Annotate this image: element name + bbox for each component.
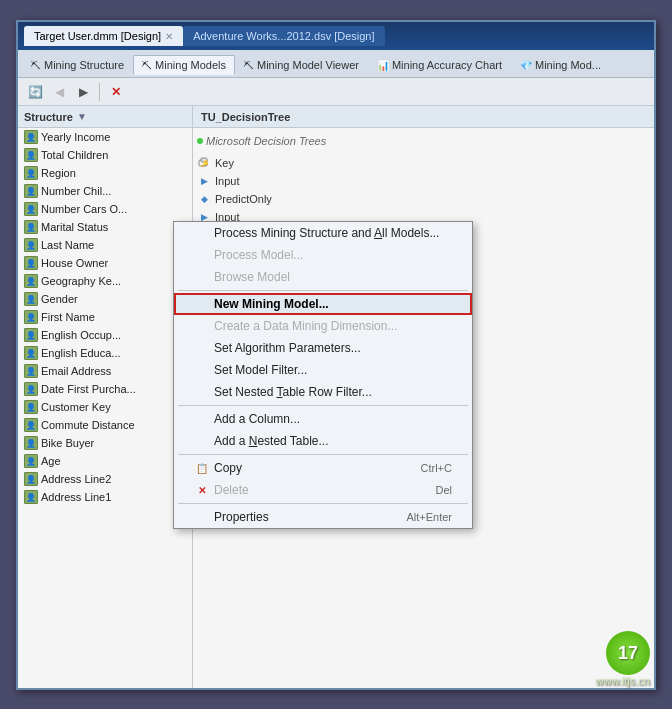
- toolbar-separator: [99, 83, 100, 101]
- cm-delete-shortcut: Del: [435, 484, 452, 496]
- title-tab-adventureworks-label: Adventure Works...2012.dsv [Design]: [193, 30, 374, 42]
- person-icon: 👤: [24, 346, 38, 360]
- list-item[interactable]: 👤 Number Chil...: [18, 182, 192, 200]
- close-tab-icon[interactable]: ✕: [165, 31, 173, 42]
- tab-mining-mod[interactable]: 💎 Mining Mod...: [511, 55, 610, 75]
- person-icon: 👤: [24, 328, 38, 342]
- list-item[interactable]: 👤 House Owner: [18, 254, 192, 272]
- person-icon: 👤: [24, 238, 38, 252]
- structure-panel: Structure ▼ 👤 Yearly Income 👤 Total Chil…: [18, 106, 193, 688]
- cm-set-algorithm[interactable]: Set Algorithm Parameters...: [174, 337, 472, 359]
- person-icon: 👤: [24, 148, 38, 162]
- title-tab-targetuser-label: Target User.dmm [Design]: [34, 30, 161, 42]
- list-item[interactable]: 👤 Bike Buyer: [18, 434, 192, 452]
- cm-copy[interactable]: 📋 Copy Ctrl+C: [174, 457, 472, 479]
- status-dot: [197, 138, 203, 144]
- main-content: Structure ▼ 👤 Yearly Income 👤 Total Chil…: [18, 106, 654, 688]
- list-item[interactable]: 👤 First Name: [18, 308, 192, 326]
- cm-delete: ✕ Delete Del: [174, 479, 472, 501]
- person-icon: 👤: [24, 274, 38, 288]
- cm-add-column[interactable]: Add a Column...: [174, 408, 472, 430]
- tab-mining-models[interactable]: ⛏ Mining Models: [133, 55, 235, 75]
- cm-sep3: [178, 454, 468, 455]
- mining-mod-icon: 💎: [520, 60, 532, 71]
- watermark: 17 www.itjs.cn: [596, 631, 650, 687]
- predict-only-icon: ◆: [197, 192, 211, 206]
- person-icon: 👤: [24, 256, 38, 270]
- list-item[interactable]: 👤 Geography Ke...: [18, 272, 192, 290]
- person-icon: 👤: [24, 310, 38, 324]
- menu-tabs: ⛏ Mining Structure ⛏ Mining Models ⛏ Min…: [18, 50, 654, 78]
- cm-delete-icon: ✕: [194, 485, 210, 496]
- list-item[interactable]: 👤 Region: [18, 164, 192, 182]
- list-item[interactable]: 👤 Date First Purcha...: [18, 380, 192, 398]
- list-item[interactable]: 👤 Gender: [18, 290, 192, 308]
- title-tab-targetuser[interactable]: Target User.dmm [Design] ✕: [24, 26, 183, 46]
- person-icon: 👤: [24, 202, 38, 216]
- person-icon: 👤: [24, 472, 38, 486]
- list-item[interactable]: 👤 Customer Key: [18, 398, 192, 416]
- forward-button[interactable]: ▶: [72, 81, 94, 103]
- cm-create-dimension: Create a Data Mining Dimension...: [174, 315, 472, 337]
- cm-copy-shortcut: Ctrl+C: [421, 462, 452, 474]
- list-item[interactable]: 👤 Total Children: [18, 146, 192, 164]
- list-item[interactable]: 👤 Address Line1: [18, 488, 192, 506]
- list-item[interactable]: 👤 Email Address: [18, 362, 192, 380]
- delete-button[interactable]: ✕: [105, 81, 127, 103]
- tab-mining-model-viewer[interactable]: ⛏ Mining Model Viewer: [235, 55, 368, 75]
- svg-text:🔑: 🔑: [201, 160, 209, 168]
- person-icon: 👤: [24, 454, 38, 468]
- cm-new-mining-model[interactable]: New Mining Model...: [174, 293, 472, 315]
- list-item[interactable]: 👤 Yearly Income: [18, 128, 192, 146]
- list-item[interactable]: 👤 English Educa...: [18, 344, 192, 362]
- model-row: ▶ Input: [197, 172, 650, 190]
- cm-copy-icon: 📋: [194, 463, 210, 474]
- cm-process-all[interactable]: Process Mining Structure and All Models.…: [174, 222, 472, 244]
- person-icon: 👤: [24, 382, 38, 396]
- person-icon: 👤: [24, 292, 38, 306]
- list-item[interactable]: 👤 Age: [18, 452, 192, 470]
- back-button: ◀: [48, 81, 70, 103]
- list-item[interactable]: 👤 Commute Distance: [18, 416, 192, 434]
- cm-add-nested-table[interactable]: Add a Nested Table...: [174, 430, 472, 452]
- cm-properties-shortcut: Alt+Enter: [406, 511, 452, 523]
- list-item[interactable]: 👤 English Occup...: [18, 326, 192, 344]
- context-menu-overlay: Process Mining Structure and All Models.…: [173, 221, 473, 529]
- tab-mining-structure[interactable]: ⛏ Mining Structure: [22, 55, 133, 75]
- tab-mining-accuracy-chart[interactable]: 📊 Mining Accuracy Chart: [368, 55, 511, 75]
- title-bar: Target User.dmm [Design] ✕ Adventure Wor…: [18, 22, 654, 50]
- person-icon: 👤: [24, 184, 38, 198]
- cm-sep4: [178, 503, 468, 504]
- person-icon: 👤: [24, 400, 38, 414]
- cm-properties[interactable]: Properties Alt+Enter: [174, 506, 472, 528]
- list-item[interactable]: 👤 Number Cars O...: [18, 200, 192, 218]
- person-icon: 👤: [24, 490, 38, 504]
- refresh-button[interactable]: 🔄: [24, 81, 46, 103]
- watermark-url: www.itjs.cn: [596, 675, 650, 687]
- filter-icon: ▼: [77, 111, 87, 122]
- person-icon: 👤: [24, 418, 38, 432]
- model-row: 🔑 Key: [197, 154, 650, 172]
- structure-list: 👤 Yearly Income 👤 Total Children 👤 Regio…: [18, 128, 192, 688]
- structure-panel-header: Structure ▼: [18, 106, 192, 128]
- cm-browse-model: Browse Model: [174, 266, 472, 288]
- mining-structure-icon: ⛏: [31, 60, 41, 71]
- model-row: Microsoft Decision Trees: [197, 132, 650, 150]
- list-item[interactable]: 👤 Last Name: [18, 236, 192, 254]
- watermark-logo: 17: [606, 631, 650, 675]
- key-icon: 🔑: [197, 156, 211, 170]
- person-icon: 👤: [24, 166, 38, 180]
- cm-set-model-filter[interactable]: Set Model Filter...: [174, 359, 472, 381]
- person-icon: 👤: [24, 220, 38, 234]
- person-icon: 👤: [24, 436, 38, 450]
- title-tab-adventureworks[interactable]: Adventure Works...2012.dsv [Design]: [183, 26, 384, 46]
- toolbar: 🔄 ◀ ▶ ✕: [18, 78, 654, 106]
- input-icon: ▶: [197, 174, 211, 188]
- model-row: ◆ PredictOnly: [197, 190, 650, 208]
- list-item[interactable]: 👤 Address Line2: [18, 470, 192, 488]
- list-item[interactable]: 👤 Marital Status: [18, 218, 192, 236]
- context-menu: Process Mining Structure and All Models.…: [173, 221, 473, 529]
- mining-model-viewer-icon: ⛏: [244, 60, 254, 71]
- cm-set-nested-filter[interactable]: Set Nested Table Row Filter...: [174, 381, 472, 403]
- cm-process-model: Process Model...: [174, 244, 472, 266]
